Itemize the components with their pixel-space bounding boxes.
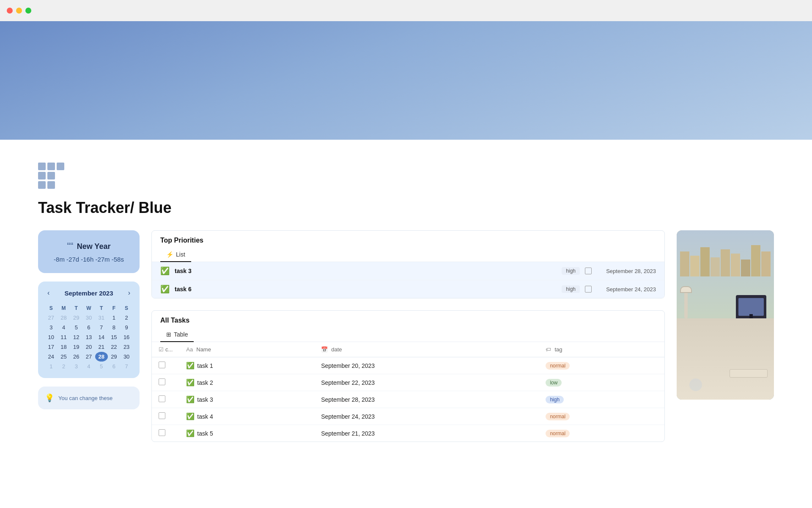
task-checkbox[interactable] bbox=[159, 378, 165, 385]
col-name-icon: Aa bbox=[186, 346, 193, 353]
calendar-day[interactable]: 5 bbox=[70, 323, 82, 332]
calendar-day[interactable]: 29 bbox=[70, 313, 82, 323]
calendar-day[interactable]: 6 bbox=[82, 323, 95, 332]
calendar-day[interactable]: 4 bbox=[82, 362, 95, 371]
task-date: September 22, 2023 bbox=[321, 379, 375, 386]
calendar-day[interactable]: 25 bbox=[58, 352, 70, 362]
calendar-day[interactable]: 29 bbox=[108, 352, 121, 362]
calendar-day[interactable]: 6 bbox=[108, 362, 121, 371]
calendar-day[interactable]: 5 bbox=[95, 362, 108, 371]
calendar-day[interactable]: 11 bbox=[58, 332, 70, 342]
calendar-day[interactable]: 2 bbox=[120, 313, 133, 323]
calendar-day[interactable]: 3 bbox=[45, 323, 58, 332]
calendar-day[interactable]: 19 bbox=[70, 342, 82, 352]
all-tasks-view-bar: ⊞ Table bbox=[152, 328, 664, 342]
table-row: ✅ task 4 September 24, 2023 normal bbox=[152, 408, 664, 425]
calendar-day[interactable]: 28 bbox=[95, 352, 108, 362]
quote-label: New Year bbox=[77, 242, 111, 251]
main-layout: ““ New Year -8m -27d -16h -27m -58s ‹ Se… bbox=[38, 230, 774, 442]
calendar-grid: S M T W T F S 27282930311234567891011121… bbox=[45, 304, 133, 371]
table-row: ✅ task 1 September 20, 2023 normal bbox=[152, 357, 664, 374]
maximize-button[interactable] bbox=[25, 8, 31, 14]
table-tab-label: Table bbox=[174, 331, 188, 338]
row-checkbox-cell bbox=[152, 357, 179, 374]
col-tag-header: 🏷 tag bbox=[539, 342, 664, 357]
task-checkbox[interactable] bbox=[159, 395, 165, 402]
task-checkbox[interactable] bbox=[159, 362, 165, 368]
priority-check-icon: ✅ bbox=[160, 284, 170, 294]
row-name-cell: ✅ task 5 bbox=[179, 425, 314, 442]
photo-buildings bbox=[677, 235, 774, 276]
row-tag-cell: normal bbox=[539, 357, 664, 374]
calendar-day[interactable]: 2 bbox=[58, 362, 70, 371]
quote-card: ““ New Year -8m -27d -16h -27m -58s bbox=[38, 230, 140, 273]
row-name-cell: ✅ task 4 bbox=[179, 408, 314, 425]
col-name-header: Aa Name bbox=[179, 342, 314, 357]
calendar-next-button[interactable]: › bbox=[126, 288, 133, 298]
priority-row: ✅ task 3 high September 28, 2023 bbox=[152, 262, 664, 280]
task-tag-badge: high bbox=[546, 396, 564, 403]
task-table: ☑ c... Aa Name bbox=[152, 342, 664, 442]
priority-date: September 24, 2023 bbox=[597, 286, 656, 293]
calendar-day[interactable]: 31 bbox=[95, 313, 108, 323]
calendar-day[interactable]: 13 bbox=[82, 332, 95, 342]
list-tab-label: List bbox=[176, 251, 185, 258]
calendar-day[interactable]: 22 bbox=[108, 342, 121, 352]
row-name-cell: ✅ task 2 bbox=[179, 374, 314, 391]
calendar-day[interactable]: 7 bbox=[120, 362, 133, 371]
priority-checkbox[interactable] bbox=[585, 268, 592, 274]
calendar-day[interactable]: 27 bbox=[82, 352, 95, 362]
priority-tag-badge: high bbox=[562, 267, 580, 275]
calendar-day[interactable]: 30 bbox=[82, 313, 95, 323]
row-date-cell: September 28, 2023 bbox=[314, 391, 539, 408]
calendar-day[interactable]: 16 bbox=[120, 332, 133, 342]
cal-day-header-t2: T bbox=[95, 304, 108, 313]
calendar-prev-button[interactable]: ‹ bbox=[45, 288, 52, 298]
task-checkbox[interactable] bbox=[159, 429, 165, 436]
calendar-day[interactable]: 8 bbox=[108, 323, 121, 332]
calendar-day[interactable]: 10 bbox=[45, 332, 58, 342]
calendar-day[interactable]: 1 bbox=[108, 313, 121, 323]
col-name-label: Name bbox=[196, 346, 211, 353]
calendar-day[interactable]: 21 bbox=[95, 342, 108, 352]
calendar-day[interactable]: 15 bbox=[108, 332, 121, 342]
priority-task-name: task 6 bbox=[175, 286, 557, 293]
row-checkbox-cell bbox=[152, 425, 179, 442]
hint-card: 💡 You can change these bbox=[38, 387, 140, 409]
calendar-day[interactable]: 20 bbox=[82, 342, 95, 352]
col-tag-label: tag bbox=[554, 346, 562, 353]
calendar-day[interactable]: 9 bbox=[120, 323, 133, 332]
calendar-day[interactable]: 17 bbox=[45, 342, 58, 352]
calendar-day[interactable]: 30 bbox=[120, 352, 133, 362]
priority-checkbox[interactable] bbox=[585, 286, 592, 293]
all-tasks-table-tab[interactable]: ⊞ Table bbox=[160, 328, 194, 342]
task-checkbox[interactable] bbox=[159, 412, 165, 419]
minimize-button[interactable] bbox=[16, 8, 22, 14]
calendar-day[interactable]: 26 bbox=[70, 352, 82, 362]
calendar-day[interactable]: 3 bbox=[70, 362, 82, 371]
calendar-day[interactable]: 14 bbox=[95, 332, 108, 342]
calendar-day[interactable]: 24 bbox=[45, 352, 58, 362]
calendar-day[interactable]: 18 bbox=[58, 342, 70, 352]
calendar-day[interactable]: 23 bbox=[120, 342, 133, 352]
calendar-day[interactable]: 28 bbox=[58, 313, 70, 323]
center-column: Top Priorities ⚡ List ✅ task 3 high Sept… bbox=[151, 230, 665, 442]
calendar-day[interactable]: 7 bbox=[95, 323, 108, 332]
close-button[interactable] bbox=[7, 8, 13, 14]
desk-photo bbox=[677, 230, 774, 400]
calendar-day[interactable]: 1 bbox=[45, 362, 58, 371]
right-column bbox=[677, 230, 774, 400]
task-tag-badge: normal bbox=[546, 362, 570, 370]
top-priorities-view-bar: ⚡ List bbox=[152, 248, 664, 262]
task-date: September 21, 2023 bbox=[321, 430, 375, 437]
task-date: September 24, 2023 bbox=[321, 413, 375, 420]
all-tasks-title: All Tasks bbox=[152, 311, 664, 328]
priority-tag-badge: high bbox=[562, 285, 580, 293]
calendar-day[interactable]: 27 bbox=[45, 313, 58, 323]
calendar-day[interactable]: 12 bbox=[70, 332, 82, 342]
table-row: ✅ task 2 September 22, 2023 low bbox=[152, 374, 664, 391]
task-tag-badge: low bbox=[546, 379, 562, 387]
top-priorities-list-tab[interactable]: ⚡ List bbox=[160, 248, 191, 262]
row-tag-cell: normal bbox=[539, 425, 664, 442]
calendar-day[interactable]: 4 bbox=[58, 323, 70, 332]
